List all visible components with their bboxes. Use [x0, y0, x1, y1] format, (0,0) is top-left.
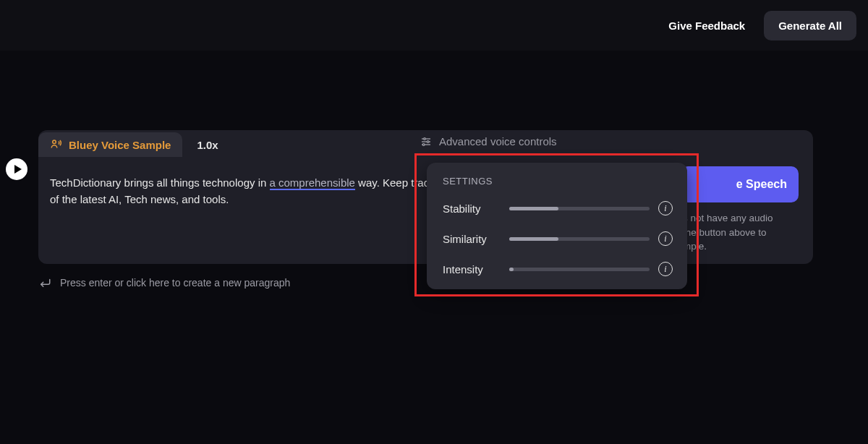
intensity-slider[interactable]	[509, 268, 650, 271]
play-button[interactable]	[6, 158, 27, 180]
generate-speech-button[interactable]: e Speech	[681, 166, 799, 202]
paragraph-underlined: a comprehensible	[270, 176, 355, 190]
settings-popover: SETTINGS Stability i Similarity i Intens…	[427, 163, 687, 289]
notice-line-2: the button above to	[683, 226, 799, 240]
tab-bar: Bluey Voice Sample 1.0x Advanced voice c…	[38, 130, 813, 159]
stability-fill	[509, 207, 558, 210]
generate-all-button[interactable]: Generate All	[764, 11, 856, 40]
advanced-voice-controls-toggle[interactable]: Advanced voice controls	[420, 135, 557, 148]
playback-speed[interactable]: 1.0x	[182, 139, 218, 151]
enter-icon	[38, 278, 51, 288]
voice-icon	[50, 138, 63, 151]
similarity-slider[interactable]	[509, 237, 650, 241]
top-bar: Give Feedback Generate All	[0, 0, 868, 51]
stability-slider[interactable]	[509, 207, 650, 210]
voice-sample-tab[interactable]: Bluey Voice Sample	[38, 132, 182, 157]
svg-point-6	[422, 143, 425, 145]
paragraph-pre: TechDictionary brings all things technol…	[50, 176, 270, 189]
give-feedback-button[interactable]: Give Feedback	[658, 12, 755, 39]
paragraph-text[interactable]: TechDictionary brings all things technol…	[38, 159, 451, 208]
new-paragraph-hint[interactable]: Press enter or click here to create a ne…	[38, 277, 290, 289]
intensity-label: Intensity	[443, 263, 501, 276]
info-icon[interactable]: i	[658, 201, 673, 215]
info-icon[interactable]: i	[658, 231, 673, 246]
intensity-fill	[509, 268, 514, 271]
similarity-row: Similarity i	[443, 231, 673, 246]
audio-notice: s not have any audio the button above to…	[683, 211, 799, 254]
similarity-fill	[509, 237, 558, 241]
advanced-controls-label: Advanced voice controls	[439, 135, 557, 148]
content-area: Bluey Voice Sample 1.0x Advanced voice c…	[0, 51, 868, 80]
intensity-row: Intensity i	[443, 262, 673, 276]
svg-point-4	[427, 140, 429, 142]
info-icon[interactable]: i	[658, 262, 673, 276]
stability-row: Stability i	[443, 201, 673, 215]
notice-line-3: mple.	[683, 239, 799, 254]
notice-line-1: s not have any audio	[683, 211, 799, 226]
sliders-icon	[420, 136, 432, 148]
settings-title: SETTINGS	[443, 176, 673, 187]
play-icon	[14, 165, 22, 174]
stability-label: Stability	[443, 202, 501, 215]
similarity-label: Similarity	[443, 233, 501, 245]
svg-point-0	[53, 140, 56, 144]
new-paragraph-label: Press enter or click here to create a ne…	[60, 277, 290, 289]
voice-tab-label: Bluey Voice Sample	[69, 139, 171, 151]
voice-block: Bluey Voice Sample 1.0x Advanced voice c…	[38, 130, 813, 264]
svg-point-2	[424, 137, 426, 140]
